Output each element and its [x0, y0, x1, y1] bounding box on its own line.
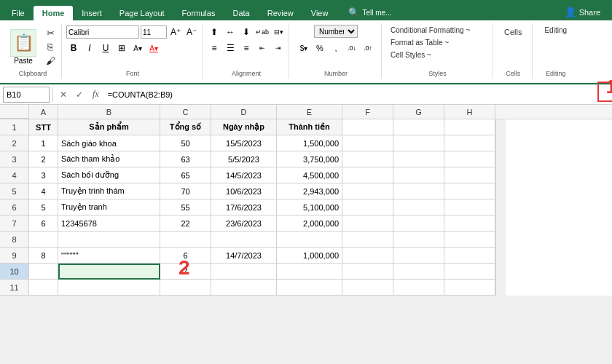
- cell-A10[interactable]: [29, 264, 58, 280]
- cell-B3[interactable]: Sách tham khảo: [58, 151, 160, 167]
- row-num-7[interactable]: 7: [0, 215, 29, 232]
- tab-page-layout[interactable]: Page Layout: [111, 6, 173, 20]
- cell-B2[interactable]: Sách giáo khoa: [58, 135, 160, 151]
- merge-button[interactable]: ⊟▾: [271, 25, 286, 39]
- decrease-decimal-button[interactable]: .0↓: [345, 41, 359, 55]
- cell-H3[interactable]: [444, 151, 495, 167]
- cell-styles-button[interactable]: Cell Styles ~: [386, 50, 489, 60]
- row-num-3[interactable]: 3: [0, 151, 29, 167]
- cell-A3[interactable]: 2: [29, 151, 58, 167]
- cell-E7[interactable]: 2,000,000: [277, 215, 342, 232]
- formula-input[interactable]: [105, 89, 609, 100]
- cell-D5[interactable]: 10/6/2023: [211, 183, 277, 199]
- cell-F6[interactable]: [342, 199, 393, 215]
- row-num-1[interactable]: 1: [0, 119, 29, 135]
- format-painter-button[interactable]: 🖌: [42, 54, 58, 67]
- cell-B11[interactable]: [58, 280, 160, 296]
- cell-F7[interactable]: [342, 215, 393, 232]
- cell-E11[interactable]: [277, 280, 342, 296]
- decrease-font-button[interactable]: A⁻: [184, 25, 199, 39]
- accounting-format-button[interactable]: $▾: [297, 41, 311, 55]
- cell-G4[interactable]: [393, 167, 444, 183]
- cell-C11[interactable]: [160, 280, 211, 296]
- cell-F1[interactable]: [342, 119, 393, 135]
- decrease-indent-button[interactable]: ⇤: [255, 41, 270, 55]
- cell-G5[interactable]: [393, 183, 444, 199]
- cell-E2[interactable]: 1,500,000: [277, 135, 342, 151]
- cell-D7[interactable]: 23/6/2023: [211, 215, 277, 232]
- percent-button[interactable]: %: [313, 41, 327, 55]
- increase-indent-button[interactable]: ⇥: [271, 41, 286, 55]
- col-header-E[interactable]: E: [277, 105, 342, 119]
- row-num-8[interactable]: 8: [0, 232, 29, 248]
- cell-E4[interactable]: 4,500,000: [277, 167, 342, 183]
- tell-me[interactable]: 🔍 Tell me...: [340, 4, 400, 20]
- increase-font-button[interactable]: A⁺: [168, 25, 183, 39]
- cell-C2[interactable]: 50: [160, 135, 211, 151]
- cell-G10[interactable]: [393, 264, 444, 280]
- align-top-button[interactable]: ⬆: [207, 25, 221, 39]
- cell-C3[interactable]: 63: [160, 151, 211, 167]
- cell-B8[interactable]: [58, 232, 160, 248]
- cell-A11[interactable]: [29, 280, 58, 296]
- cell-C7[interactable]: 22: [160, 215, 211, 232]
- tab-data[interactable]: Data: [224, 6, 258, 20]
- cell-D11[interactable]: [211, 280, 277, 296]
- conditional-formatting-button[interactable]: Conditional Formatting ~: [386, 25, 489, 36]
- col-header-A[interactable]: A: [29, 105, 58, 119]
- cell-B6[interactable]: Truyện tranh: [58, 199, 160, 215]
- cell-E5[interactable]: 2,943,000: [277, 183, 342, 199]
- row-num-11[interactable]: 11: [0, 280, 29, 296]
- cell-D2[interactable]: 15/5/2023: [211, 135, 277, 151]
- cell-E1[interactable]: Thành tiền: [277, 119, 342, 135]
- cell-H10[interactable]: [444, 264, 495, 280]
- cell-A5[interactable]: 4: [29, 183, 58, 199]
- cell-D3[interactable]: 5/5/2023: [211, 151, 277, 167]
- cells-button[interactable]: Cells: [500, 25, 526, 39]
- paste-button[interactable]: 📋 Paste: [7, 28, 39, 66]
- col-header-F[interactable]: F: [342, 105, 393, 119]
- align-left-button[interactable]: ≡: [207, 41, 221, 55]
- share-btn[interactable]: 👤 Share: [556, 4, 609, 20]
- cell-F2[interactable]: [342, 135, 393, 151]
- cell-D10[interactable]: [211, 264, 277, 280]
- cell-E3[interactable]: 3,750,000: [277, 151, 342, 167]
- increase-decimal-button[interactable]: .0↑: [361, 41, 375, 55]
- row-num-2[interactable]: 2: [0, 135, 29, 151]
- cell-F3[interactable]: [342, 151, 393, 167]
- font-name-input[interactable]: [66, 25, 139, 39]
- align-right-button[interactable]: ≡: [239, 41, 254, 55]
- cell-H7[interactable]: [444, 215, 495, 232]
- cell-H6[interactable]: [444, 199, 495, 215]
- cell-reference-input[interactable]: [3, 87, 50, 103]
- cell-F5[interactable]: [342, 183, 393, 199]
- cell-C5[interactable]: 70: [160, 183, 211, 199]
- cell-H5[interactable]: [444, 183, 495, 199]
- align-bottom-button[interactable]: ⬇: [239, 25, 254, 39]
- cell-C1[interactable]: Tổng số: [160, 119, 211, 135]
- border-button[interactable]: ⊞: [114, 41, 129, 55]
- wrap-text-button[interactable]: ↵ab: [255, 25, 270, 39]
- cell-H9[interactable]: [444, 248, 495, 264]
- cell-F11[interactable]: [342, 280, 393, 296]
- cell-C4[interactable]: 65: [160, 167, 211, 183]
- cell-E8[interactable]: [277, 232, 342, 248]
- row-num-10[interactable]: 10: [0, 264, 29, 280]
- row-num-5[interactable]: 5: [0, 183, 29, 199]
- cell-H4[interactable]: [444, 167, 495, 183]
- cell-F9[interactable]: [342, 248, 393, 264]
- italic-button[interactable]: I: [82, 41, 97, 55]
- vertical-scrollbar[interactable]: [495, 119, 506, 296]
- cell-D6[interactable]: 17/6/2023: [211, 199, 277, 215]
- tab-home[interactable]: Home: [34, 6, 74, 20]
- cell-E6[interactable]: 5,100,000: [277, 199, 342, 215]
- col-header-B[interactable]: B: [58, 105, 160, 119]
- underline-button[interactable]: U: [98, 41, 113, 55]
- cell-H8[interactable]: [444, 232, 495, 248]
- align-center-button[interactable]: ☰: [223, 41, 238, 55]
- cell-F8[interactable]: [342, 232, 393, 248]
- cell-B5[interactable]: Truyện trinh thám: [58, 183, 160, 199]
- cell-D8[interactable]: [211, 232, 277, 248]
- cell-B7[interactable]: 12345678: [58, 215, 160, 232]
- cell-A4[interactable]: 3: [29, 167, 58, 183]
